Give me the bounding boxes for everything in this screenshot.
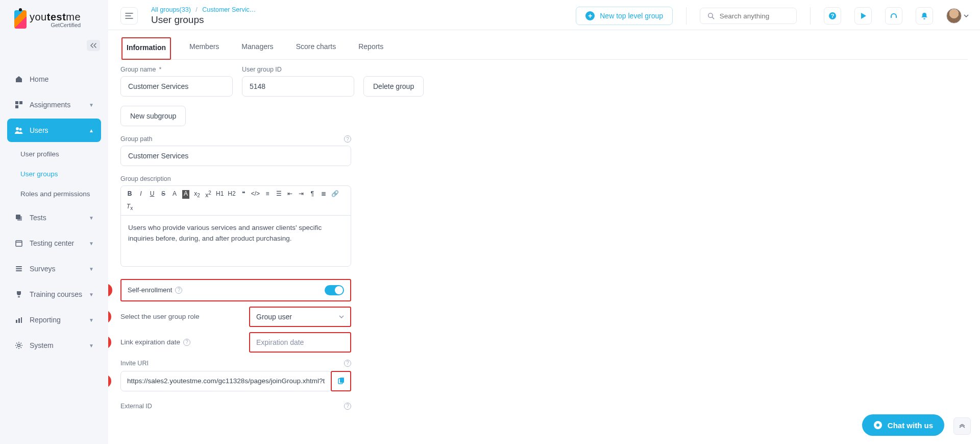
content: Information Members Managers Score chart…	[108, 30, 980, 444]
self-enrollment-row: 3 Self-enrollment ?	[120, 279, 351, 301]
role-select[interactable]: Group user	[249, 307, 351, 327]
help-icon[interactable]: ?	[183, 339, 190, 346]
user-menu[interactable]	[946, 8, 969, 24]
sidebar-item-users[interactable]: Users ▲	[7, 119, 101, 142]
chevron-up-icon: ▲	[89, 128, 94, 133]
chat-icon	[873, 420, 883, 430]
font-color-icon[interactable]: A	[171, 190, 178, 199]
help-icon[interactable]: ?	[344, 360, 351, 367]
sidebar-item-reporting[interactable]: Reporting ▼	[7, 308, 101, 332]
clear-format-icon[interactable]: Tx	[126, 203, 133, 211]
group-name-input[interactable]	[120, 76, 233, 97]
sidebar-collapse-button[interactable]	[87, 40, 100, 51]
separator	[686, 7, 687, 25]
bars-icon	[125, 13, 133, 19]
superscript-icon[interactable]: x2	[205, 190, 212, 199]
paragraph-icon[interactable]: ¶	[309, 190, 316, 199]
search-input-wrap[interactable]	[700, 8, 797, 24]
page-title: User groups	[151, 14, 256, 26]
sidebar-nav: Home Assignments ▼ Users ▲ User profiles…	[0, 67, 108, 357]
chevron-double-up-icon	[959, 424, 965, 428]
sidebar-item-surveys[interactable]: Surveys ▼	[7, 257, 101, 281]
code-icon[interactable]: </>	[251, 190, 260, 199]
gear-icon	[14, 341, 23, 350]
tab-information[interactable]: Information	[121, 37, 171, 60]
strike-icon[interactable]: S	[160, 190, 167, 199]
sidebar: youtestme GetCertified Home Assignments …	[0, 0, 108, 444]
chevron-down-icon: ▼	[89, 215, 94, 221]
sidebar-item-tests[interactable]: Tests ▼	[7, 206, 101, 229]
help-icon[interactable]: ?	[344, 403, 351, 410]
group-name-label: Group name	[120, 66, 233, 73]
underline-icon[interactable]: U	[149, 190, 156, 199]
ol-icon[interactable]: ≡	[264, 190, 271, 199]
chat-widget[interactable]: Chat with us	[862, 414, 944, 436]
help-icon[interactable]: ?	[344, 135, 351, 143]
crumb-all-groups[interactable]: All groups(33)	[151, 6, 191, 13]
sidebar-item-testing-center[interactable]: Testing center ▼	[7, 231, 101, 255]
breadcrumb: All groups(33) / Customer Servic… User g…	[151, 6, 256, 26]
group-id-label: User group ID	[242, 66, 354, 73]
logo-text: youtestme	[30, 11, 81, 23]
expiration-date-input[interactable]: Expiration date	[249, 332, 351, 353]
step-badge-5: 5	[108, 336, 111, 349]
sidebar-item-home[interactable]: Home	[7, 67, 101, 91]
help-button[interactable]: ?	[824, 7, 841, 25]
group-path-input	[120, 146, 351, 166]
sidebar-item-label: Surveys	[30, 265, 89, 273]
outdent-icon[interactable]: ⇤	[286, 190, 293, 199]
delete-group-button[interactable]: Delete group	[363, 76, 424, 97]
group-desc-textarea[interactable]: Users who provide various services and a…	[121, 216, 351, 266]
chevron-down-icon: ▼	[89, 102, 94, 108]
group-path-label: Group path	[120, 135, 153, 143]
svg-rect-1	[19, 101, 22, 104]
h2-icon[interactable]: H2	[228, 190, 235, 199]
sidebar-item-assignments[interactable]: Assignments ▼	[7, 93, 101, 116]
notifications-button[interactable]	[916, 7, 933, 25]
menu-toggle-button[interactable]	[120, 7, 138, 25]
sidebar-sub-roles-permissions[interactable]: Roles and permissions	[13, 184, 101, 204]
new-top-level-group-button[interactable]: + New top level group	[576, 7, 673, 25]
help-icon[interactable]: ?	[175, 287, 182, 294]
search-input[interactable]	[720, 12, 789, 20]
expiration-placeholder: Expiration date	[256, 338, 304, 346]
subscript-icon[interactable]: x2	[193, 190, 201, 199]
chat-label: Chat with us	[888, 421, 933, 430]
align-icon[interactable]: ≣	[320, 190, 327, 199]
svg-point-3	[16, 127, 19, 130]
list-icon	[14, 264, 23, 273]
tab-reports[interactable]: Reports	[354, 37, 387, 59]
quote-icon[interactable]: ❝	[240, 190, 247, 199]
copy-uri-button[interactable]	[331, 371, 351, 391]
sidebar-item-label: Training courses	[30, 290, 89, 298]
headset-button[interactable]	[885, 7, 902, 25]
self-enrollment-toggle[interactable]	[325, 285, 344, 295]
highlight-icon[interactable]: A	[182, 190, 189, 199]
tab-members[interactable]: Members	[185, 37, 223, 59]
sidebar-sub-user-profiles[interactable]: User profiles	[13, 144, 101, 164]
sidebar-sub-user-groups[interactable]: User groups	[13, 164, 101, 184]
link-icon[interactable]: 🔗	[331, 190, 339, 199]
invite-uri-input[interactable]	[120, 371, 332, 391]
tab-score-charts[interactable]: Score charts	[292, 37, 340, 59]
new-subgroup-button[interactable]: New subgroup	[120, 106, 186, 126]
play-icon	[860, 12, 867, 19]
indent-icon[interactable]: ⇥	[298, 190, 305, 199]
tab-managers[interactable]: Managers	[237, 37, 277, 59]
sidebar-item-system[interactable]: System ▼	[7, 334, 101, 357]
sidebar-item-label: Reporting	[30, 316, 89, 324]
copy-icon	[337, 377, 345, 385]
h1-icon[interactable]: H1	[216, 190, 224, 199]
play-button[interactable]	[854, 7, 872, 25]
plus-icon: +	[585, 11, 595, 20]
new-group-label: New top level group	[600, 12, 663, 20]
topbar: All groups(33) / Customer Servic… User g…	[108, 0, 980, 30]
sidebar-item-training-courses[interactable]: Training courses ▼	[7, 283, 101, 306]
scroll-to-top-button[interactable]	[953, 417, 971, 435]
ul-icon[interactable]: ☰	[275, 190, 282, 199]
italic-icon[interactable]: I	[137, 190, 144, 199]
svg-point-18	[876, 424, 879, 427]
bold-icon[interactable]: B	[126, 190, 133, 199]
expiration-label: Link expiration date	[120, 338, 180, 346]
crumb-current-group[interactable]: Customer Servic…	[202, 6, 256, 13]
